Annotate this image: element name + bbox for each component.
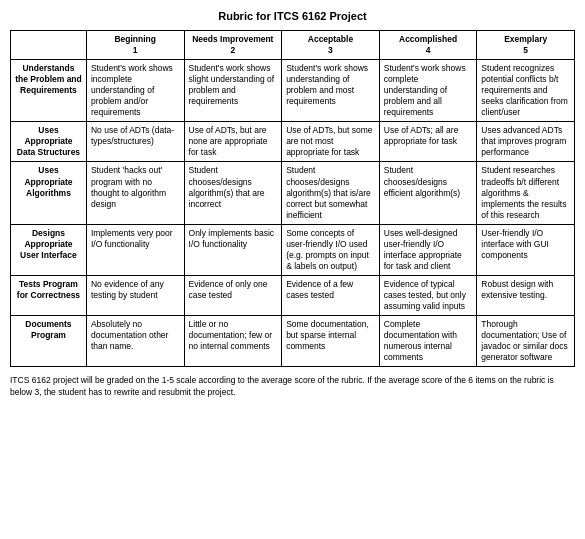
cell-acceptable: Use of ADTs, but some are not most appro… bbox=[282, 122, 380, 162]
cell-beginning: Implements very poor I/O functionality bbox=[86, 224, 184, 275]
cell-acceptable: Student's work shows understanding of pr… bbox=[282, 60, 380, 122]
criterion-header bbox=[11, 31, 87, 60]
table-row: Designs Appropriate User InterfaceImplem… bbox=[11, 224, 575, 275]
col-header-accomplished: Accomplished4 bbox=[379, 31, 477, 60]
criterion-cell: Tests Program for Correctness bbox=[11, 275, 87, 315]
cell-needs_improvement: Student's work shows slight understandin… bbox=[184, 60, 282, 122]
cell-beginning: Absolutely no documentation other than n… bbox=[86, 316, 184, 367]
cell-accomplished: Student chooses/designs efficient algori… bbox=[379, 162, 477, 224]
table-row: Uses Appropriate AlgorithmsStudent 'hack… bbox=[11, 162, 575, 224]
criterion-cell: Uses Appropriate Algorithms bbox=[11, 162, 87, 224]
cell-exemplary: Thorough documentation; Use of javadoc o… bbox=[477, 316, 575, 367]
cell-exemplary: Robust design with extensive testing. bbox=[477, 275, 575, 315]
cell-acceptable: Evidence of a few cases tested bbox=[282, 275, 380, 315]
cell-exemplary: Uses advanced ADTs that improves program… bbox=[477, 122, 575, 162]
col-header-exemplary: Exemplary5 bbox=[477, 31, 575, 60]
rubric-table: Beginning1 Needs Improvement2 Acceptable… bbox=[10, 30, 575, 367]
cell-beginning: Student 'hacks out' program with no thou… bbox=[86, 162, 184, 224]
cell-accomplished: Uses well-designed user-friendly I/O int… bbox=[379, 224, 477, 275]
table-row: Documents ProgramAbsolutely no documenta… bbox=[11, 316, 575, 367]
cell-acceptable: Some documentation, but sparse internal … bbox=[282, 316, 380, 367]
cell-beginning: No evidence of any testing by student bbox=[86, 275, 184, 315]
criterion-cell: Uses Appropriate Data Structures bbox=[11, 122, 87, 162]
cell-beginning: Student's work shows incomplete understa… bbox=[86, 60, 184, 122]
table-row: Tests Program for CorrectnessNo evidence… bbox=[11, 275, 575, 315]
cell-needs_improvement: Use of ADTs, but are none are appropriat… bbox=[184, 122, 282, 162]
criterion-cell: Designs Appropriate User Interface bbox=[11, 224, 87, 275]
cell-accomplished: Student's work shows complete understand… bbox=[379, 60, 477, 122]
criterion-cell: Documents Program bbox=[11, 316, 87, 367]
page-title: Rubric for ITCS 6162 Project bbox=[10, 10, 575, 22]
cell-exemplary: User-friendly I/O interface with GUI com… bbox=[477, 224, 575, 275]
cell-exemplary: Student researches tradeoffs b/t differe… bbox=[477, 162, 575, 224]
col-header-acceptable: Acceptable3 bbox=[282, 31, 380, 60]
cell-needs_improvement: Only implements basic I/O functionality bbox=[184, 224, 282, 275]
cell-acceptable: Student chooses/designs algorithm(s) tha… bbox=[282, 162, 380, 224]
cell-needs_improvement: Evidence of only one case tested bbox=[184, 275, 282, 315]
table-row: Uses Appropriate Data StructuresNo use o… bbox=[11, 122, 575, 162]
cell-beginning: No use of ADTs (data-types/structures) bbox=[86, 122, 184, 162]
cell-needs_improvement: Student chooses/designs algorithm(s) tha… bbox=[184, 162, 282, 224]
cell-accomplished: Use of ADTs; all are appropriate for tas… bbox=[379, 122, 477, 162]
col-header-needs: Needs Improvement2 bbox=[184, 31, 282, 60]
criterion-cell: Understands the Problem and Requirements bbox=[11, 60, 87, 122]
cell-acceptable: Some concepts of user-friendly I/O used … bbox=[282, 224, 380, 275]
cell-needs_improvement: Little or no documentation; few or no in… bbox=[184, 316, 282, 367]
cell-accomplished: Evidence of typical cases tested, but on… bbox=[379, 275, 477, 315]
col-header-beginning: Beginning1 bbox=[86, 31, 184, 60]
cell-accomplished: Complete documentation with numerous int… bbox=[379, 316, 477, 367]
table-row: Understands the Problem and Requirements… bbox=[11, 60, 575, 122]
footer-note: ITCS 6162 project will be graded on the … bbox=[10, 375, 575, 399]
cell-exemplary: Student recognizes potential conflicts b… bbox=[477, 60, 575, 122]
